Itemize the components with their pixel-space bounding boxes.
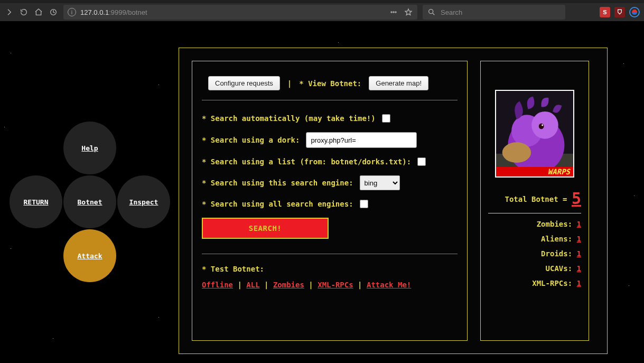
home-icon[interactable] <box>34 7 43 17</box>
more-icon[interactable] <box>389 7 398 17</box>
search-all-checkbox[interactable] <box>360 200 368 208</box>
nav-help[interactable]: Help <box>63 122 116 174</box>
star-icon[interactable] <box>404 7 413 17</box>
test-links: Offline | ALL | Zombies | XML-RPCs | Att… <box>202 281 458 289</box>
browser-search[interactable]: Search <box>423 5 565 20</box>
stat-droids-link[interactable]: 1 <box>577 249 581 258</box>
stat-ucavs-link[interactable]: 1 <box>577 264 581 273</box>
main-panel: Configure requests | * View Botnet: Gene… <box>179 48 608 354</box>
ext-ublock-icon[interactable]: ⛉ <box>614 7 625 17</box>
search-list-checkbox[interactable] <box>417 157 426 166</box>
test-label: * Test Botnet: <box>202 265 458 273</box>
search-button[interactable]: SEARCH! <box>202 218 329 239</box>
warps-thumbnail[interactable]: WARPS <box>495 90 574 178</box>
circle-nav: Help RETURN Botnet Inspect Attack <box>10 122 171 306</box>
reload-icon[interactable] <box>19 7 29 17</box>
ext-s-icon[interactable]: S <box>600 7 610 17</box>
info-icon[interactable]: i <box>68 8 76 16</box>
total-botnet: Total Botnet = 5 <box>488 189 581 213</box>
configure-button[interactable]: Configure requests <box>208 76 280 90</box>
search-all-label: * Search using all search engines: <box>202 200 353 208</box>
stat-ucavs: UCAVs: 1 <box>488 264 581 273</box>
nav-inspect[interactable]: Inspect <box>117 175 170 228</box>
url-bar[interactable]: i 127.0.0.1:9999/botnet <box>63 5 417 20</box>
search-engine-label: * Search using this search engine: <box>202 179 353 187</box>
svg-point-11 <box>539 124 544 129</box>
svg-point-9 <box>531 111 558 139</box>
svg-point-4 <box>429 10 433 14</box>
search-panel: Configure requests | * View Botnet: Gene… <box>192 61 468 341</box>
search-list-label: * Search using a list (from: botnet/dork… <box>202 157 411 166</box>
svg-point-3 <box>395 12 396 13</box>
engine-select[interactable]: bing <box>360 175 400 190</box>
stat-aliens: Aliens: 1 <box>488 235 581 243</box>
search-auto-checkbox[interactable] <box>382 114 390 123</box>
stat-xmlrpcs-link[interactable]: 1 <box>577 279 581 287</box>
stat-xmlrpcs: XML-RPCs: 1 <box>488 279 581 287</box>
view-botnet-label: * View Botnet: <box>299 79 361 88</box>
noscript-icon[interactable] <box>49 7 58 17</box>
svg-point-2 <box>393 12 394 13</box>
stat-aliens-link[interactable]: 1 <box>577 235 581 243</box>
nav-return[interactable]: RETURN <box>10 175 62 228</box>
forward-icon[interactable] <box>4 7 14 17</box>
stat-droids: Droids: 1 <box>488 249 581 258</box>
link-all[interactable]: ALL <box>246 281 259 289</box>
nav-botnet[interactable]: Botnet <box>63 175 116 228</box>
search-auto-label: * Search automatically (may take time!) <box>202 114 376 123</box>
total-botnet-value[interactable]: 5 <box>572 189 581 208</box>
link-attackme[interactable]: Attack Me! <box>367 281 411 289</box>
browser-toolbar: i 127.0.0.1:9999/botnet Search S ⛉ <box>0 0 644 21</box>
svg-point-10 <box>502 142 531 163</box>
warps-label: WARPS <box>496 167 573 176</box>
stat-zombies: Zombies: 1 <box>488 220 581 228</box>
search-dork-label: * Search using a dork: <box>202 136 300 144</box>
page-body: Help RETURN Botnet Inspect Attack Config… <box>0 21 644 363</box>
extension-icons: S ⛉ <box>600 7 640 17</box>
link-offline[interactable]: Offline <box>202 281 233 289</box>
search-placeholder: Search <box>441 8 462 16</box>
stat-zombies-link[interactable]: 1 <box>577 220 581 228</box>
nav-attack[interactable]: Attack <box>63 229 116 282</box>
top-sep: | <box>287 79 292 88</box>
generate-map-button[interactable]: Generate map! <box>369 76 428 90</box>
svg-point-1 <box>391 12 392 13</box>
side-panel: WARPS Total Botnet = 5 Zombies: 1 Aliens… <box>480 61 589 341</box>
link-xmlrpcs[interactable]: XML-RPCs <box>318 281 353 289</box>
svg-point-12 <box>542 124 543 126</box>
link-zombies[interactable]: Zombies <box>273 281 304 289</box>
search-icon <box>427 7 436 17</box>
ext-circle-icon[interactable] <box>629 7 640 17</box>
dork-input[interactable] <box>306 132 417 148</box>
url-text: 127.0.0.1:9999/botnet <box>80 8 147 16</box>
